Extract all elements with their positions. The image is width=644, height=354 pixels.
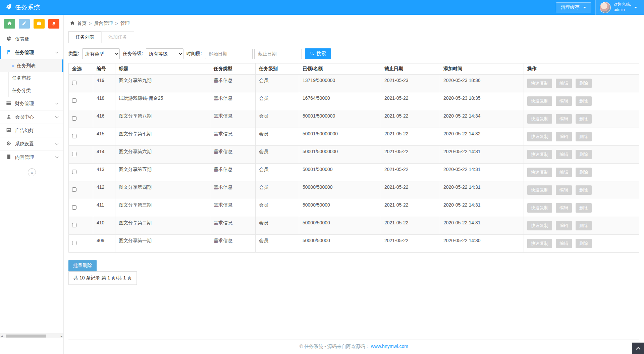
quick-briefcase-button[interactable]	[34, 19, 45, 29]
edit-button[interactable]: 编辑	[556, 79, 572, 88]
quick-copy-button[interactable]: 快速复制	[527, 203, 552, 213]
delete-button[interactable]: 删除	[576, 221, 592, 230]
quick-buttons	[0, 15, 63, 33]
cell-deadline: 2021-05-22	[381, 146, 440, 164]
sidebar-horizontal-scrollbar[interactable]: ◂ ▸	[0, 334, 63, 338]
chevron-up-icon	[636, 347, 640, 351]
back-to-top-button[interactable]	[632, 343, 644, 354]
column-type: 任务类型	[210, 63, 256, 75]
sidebar-item-task-management[interactable]: 任务管理	[0, 46, 63, 59]
delete-button[interactable]: 删除	[576, 185, 592, 195]
tab-add-task[interactable]: 添加任务	[101, 31, 134, 43]
scrollbar-track[interactable]	[4, 334, 60, 338]
app-brand: 任务系统	[5, 3, 40, 12]
breadcrumb-home-link[interactable]: 首页	[77, 20, 87, 27]
sidebar-item-ad-slides[interactable]: 广告幻灯	[0, 124, 63, 137]
scroll-left-icon[interactable]: ◂	[0, 334, 4, 338]
edit-button[interactable]: 编辑	[556, 203, 572, 213]
quick-copy-button[interactable]: 快速复制	[527, 132, 552, 141]
sidebar-item-content-management[interactable]: 内容管理	[0, 151, 63, 164]
quick-home-button[interactable]	[4, 19, 15, 29]
cell-deadline: 2021-05-22	[381, 181, 440, 199]
breadcrumb-admin-link[interactable]: 后台管理	[94, 20, 113, 27]
delete-button[interactable]: 删除	[576, 239, 592, 248]
sidebar-item-finance[interactable]: 财务管理	[0, 97, 63, 110]
type-select[interactable]: 所有类型	[82, 48, 120, 59]
topbar-right: 清理缓存 欢迎光临, admin	[552, 0, 644, 15]
breadcrumb: 首页 > 后台管理 > 管理	[68, 15, 639, 30]
row-checkbox[interactable]	[72, 187, 76, 192]
sidebar-item-task-category[interactable]: 任务分类	[0, 84, 63, 97]
breadcrumb-separator: >	[115, 21, 118, 26]
gauge-icon	[6, 36, 11, 42]
edit-button[interactable]: 编辑	[556, 221, 572, 230]
delete-button[interactable]: 删除	[576, 132, 592, 141]
cell-quota: 16764/50000	[299, 92, 381, 110]
delete-button[interactable]: 删除	[576, 79, 592, 88]
row-checkbox[interactable]	[72, 81, 76, 85]
edit-button[interactable]: 编辑	[556, 168, 572, 177]
cell-type: 需求信息	[210, 217, 256, 235]
quick-bell-button[interactable]	[48, 19, 59, 29]
quick-copy-button[interactable]: 快速复制	[527, 114, 552, 124]
edit-button[interactable]: 编辑	[556, 132, 572, 141]
batch-delete-button[interactable]: 批量删除	[68, 260, 97, 271]
level-select[interactable]: 所有等级	[146, 48, 183, 59]
cell-title: 试玩游戏赚钱-佣金25	[115, 92, 210, 110]
row-checkbox[interactable]	[72, 223, 76, 227]
quick-copy-button[interactable]: 快速复制	[527, 239, 552, 248]
sidebar-item-member-center[interactable]: 会员中心	[0, 110, 63, 124]
delete-button[interactable]: 删除	[576, 150, 592, 159]
row-checkbox[interactable]	[72, 205, 76, 210]
row-checkbox[interactable]	[72, 134, 76, 138]
edit-button[interactable]: 编辑	[556, 185, 572, 195]
app-root: 任务系统 清理缓存 欢迎光临, admin	[0, 0, 644, 354]
cell-quota: 50000/50000	[299, 199, 381, 217]
main-content: 首页 > 后台管理 > 管理 任务列表 添加任务 类型: 所有类型 任务等级: …	[64, 15, 644, 354]
filter-bar: 类型: 所有类型 任务等级: 所有等级 时间段: 搜索	[68, 48, 639, 59]
sidebar-item-label: 内容管理	[15, 154, 34, 161]
sidebar-item-system-settings[interactable]: 系统设置	[0, 137, 63, 151]
search-button[interactable]: 搜索	[305, 48, 331, 59]
edit-button[interactable]: 编辑	[556, 150, 572, 159]
cell-title: 图文分享第三期	[115, 199, 210, 217]
collapse-row: «	[0, 164, 63, 180]
edit-button[interactable]: 编辑	[556, 96, 572, 106]
table-row: 415 图文分享第七期 需求信息 会员 50001/50000000 2021-…	[69, 128, 639, 146]
scrollbar-thumb[interactable]	[6, 335, 46, 338]
quick-copy-button[interactable]: 快速复制	[527, 79, 552, 88]
delete-button[interactable]: 删除	[576, 168, 592, 177]
footer-link[interactable]: www.hnymwl.com	[371, 344, 408, 349]
row-checkbox[interactable]	[72, 241, 76, 245]
welcome-text: 欢迎光临, admin	[614, 2, 631, 12]
edit-button[interactable]: 编辑	[556, 114, 572, 124]
sidebar-item-dashboard[interactable]: 仪表板	[0, 33, 63, 46]
clear-cache-button[interactable]: 清理缓存	[556, 2, 591, 12]
edit-button[interactable]: 编辑	[556, 239, 572, 248]
start-date-input[interactable]	[205, 49, 253, 59]
breadcrumb-separator: >	[89, 21, 92, 26]
home-icon	[7, 21, 12, 27]
quick-copy-button[interactable]: 快速复制	[527, 150, 552, 159]
scroll-right-icon[interactable]: ▸	[60, 334, 63, 338]
quick-copy-button[interactable]: 快速复制	[527, 185, 552, 195]
quick-copy-button[interactable]: 快速复制	[527, 221, 552, 230]
row-checkbox[interactable]	[72, 170, 76, 174]
sidebar-collapse-button[interactable]: «	[28, 168, 36, 176]
delete-button[interactable]: 删除	[576, 96, 592, 106]
delete-button[interactable]: 删除	[576, 114, 592, 124]
end-date-input[interactable]	[254, 49, 302, 59]
welcome-line: 欢迎光临,	[614, 2, 631, 7]
delete-button[interactable]: 删除	[576, 203, 592, 213]
row-checkbox[interactable]	[72, 152, 76, 156]
sidebar-item-task-list[interactable]: » 任务列表	[0, 59, 63, 72]
user-menu[interactable]: 欢迎光临, admin	[595, 0, 644, 15]
row-checkbox[interactable]	[72, 98, 76, 103]
row-checkbox[interactable]	[72, 116, 76, 121]
quick-edit-button[interactable]	[19, 19, 30, 29]
quick-copy-button[interactable]: 快速复制	[527, 168, 552, 177]
tab-task-list[interactable]: 任务列表	[68, 31, 101, 43]
quick-copy-button[interactable]: 快速复制	[527, 96, 552, 106]
flag-icon	[6, 49, 11, 56]
sidebar-item-task-review[interactable]: 任务审核	[0, 72, 63, 84]
